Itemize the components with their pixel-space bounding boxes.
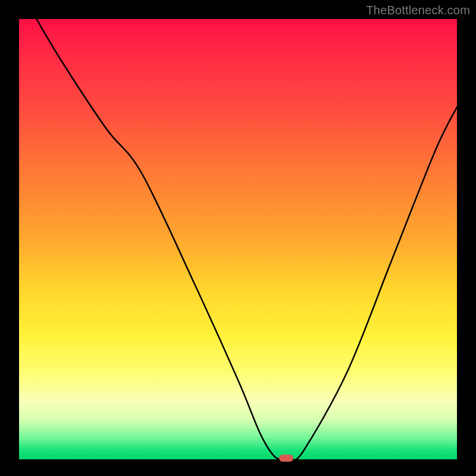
watermark-text: TheBottleneck.com: [366, 4, 470, 17]
curve-svg: [19, 19, 457, 459]
plot-area: [19, 19, 457, 459]
optimal-marker: [279, 455, 293, 462]
chart-frame: TheBottleneck.com: [0, 0, 476, 476]
bottleneck-curve: [36, 19, 457, 459]
